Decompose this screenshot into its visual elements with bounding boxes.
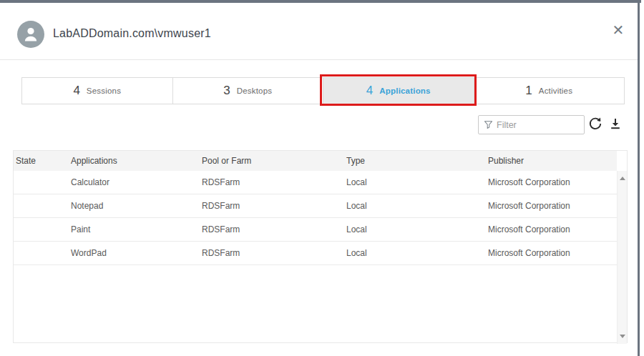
tab-activities-label: Activities [539, 86, 572, 95]
column-header-applications: Applications [69, 156, 200, 166]
table-row[interactable]: Notepad RDSFarm Local Microsoft Corporat… [14, 194, 617, 218]
cell-type: Local [344, 177, 486, 187]
cell-application: Calculator [69, 177, 200, 187]
cell-publisher: Microsoft Corporation [486, 177, 617, 187]
table-scrollbar[interactable] [617, 171, 627, 344]
tab-sessions-count: 4 [73, 84, 79, 98]
refresh-icon[interactable] [587, 117, 603, 132]
table-row[interactable]: Calculator RDSFarm Local Microsoft Corpo… [14, 171, 617, 194]
column-header-pool-or-farm: Pool or Farm [200, 156, 344, 166]
table-header-row: State Applications Pool or Farm Type Pub… [14, 151, 617, 171]
close-icon[interactable]: ✕ [607, 19, 630, 41]
cell-type: Local [344, 224, 486, 234]
filter-field [478, 115, 585, 134]
filter-input[interactable] [497, 116, 584, 134]
cell-pool-or-farm: RDSFarm [200, 201, 344, 211]
tab-applications-count: 4 [366, 84, 373, 98]
cell-type: Local [344, 201, 486, 211]
modal-header: LabADDomain.com\vmwuser1 ✕ [0, 3, 638, 60]
cell-pool-or-farm: RDSFarm [200, 248, 344, 258]
cell-pool-or-farm: RDSFarm [200, 177, 344, 187]
window-border-right [638, 0, 640, 356]
tab-applications-label: Applications [379, 86, 430, 95]
scroll-down-icon[interactable] [620, 335, 625, 338]
table-row[interactable]: Paint RDSFarm Local Microsoft Corporatio… [14, 218, 617, 242]
tab-desktops-count: 3 [223, 84, 230, 98]
download-icon[interactable] [608, 117, 623, 132]
cell-pool-or-farm: RDSFarm [200, 224, 344, 234]
cell-publisher: Microsoft Corporation [486, 224, 617, 234]
cell-application: Paint [69, 224, 200, 234]
tab-sessions-label: Sessions [87, 86, 121, 95]
tab-activities[interactable]: 1 Activities [474, 78, 625, 104]
tab-bar: 4 Sessions 3 Desktops 4 Applications 1 A… [21, 77, 625, 104]
column-header-publisher: Publisher [486, 156, 617, 166]
tab-desktops[interactable]: 3 Desktops [173, 78, 324, 104]
cell-type: Local [344, 248, 486, 258]
funnel-icon [484, 119, 492, 132]
cell-application: WordPad [69, 248, 200, 258]
tab-applications[interactable]: 4 Applications [323, 78, 474, 104]
tab-sessions[interactable]: 4 Sessions [22, 78, 173, 104]
column-header-state: State [14, 156, 69, 166]
page-title: LabADDomain.com\vmwuser1 [53, 27, 211, 40]
scroll-up-icon[interactable] [620, 177, 625, 180]
tab-activities-count: 1 [525, 84, 532, 98]
applications-table: State Applications Pool or Farm Type Pub… [13, 150, 628, 343]
table-row[interactable]: WordPad RDSFarm Local Microsoft Corporat… [14, 242, 617, 265]
column-header-type: Type [344, 156, 486, 166]
tab-desktops-label: Desktops [237, 86, 273, 95]
cell-publisher: Microsoft Corporation [486, 248, 617, 258]
user-avatar-icon [17, 21, 44, 48]
cell-publisher: Microsoft Corporation [486, 201, 617, 211]
cell-application: Notepad [69, 201, 200, 211]
